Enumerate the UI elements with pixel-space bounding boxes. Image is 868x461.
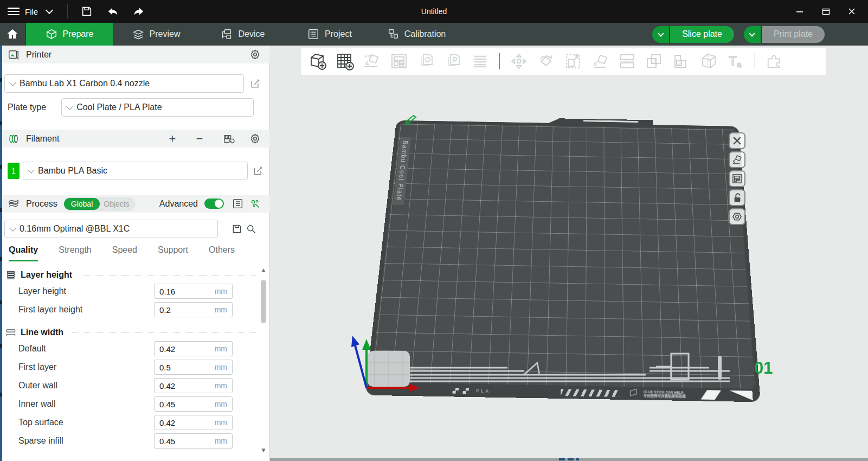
- first-layer-height-input[interactable]: 0.2 mm: [154, 302, 233, 317]
- remove-filament-button[interactable]: −: [192, 132, 207, 146]
- settings-scrollbar[interactable]: ▲ ▼: [259, 267, 268, 461]
- tab-preview[interactable]: Preview: [113, 23, 200, 46]
- save-icon: [81, 5, 93, 17]
- add-object-button[interactable]: [307, 50, 329, 72]
- file-menu-chevron-icon[interactable]: [46, 7, 53, 14]
- redo-button[interactable]: [130, 3, 148, 20]
- group-title: Layer height: [21, 270, 72, 280]
- split-parts-button[interactable]: [644, 50, 665, 72]
- prepare-box-icon: [46, 28, 57, 40]
- process-preset-select[interactable]: 0.16mm Optimal @BBL X1C: [4, 220, 218, 238]
- scale-button[interactable]: [562, 50, 584, 72]
- advanced-toggle[interactable]: [204, 199, 224, 209]
- tab-speed[interactable]: Speed: [112, 245, 137, 261]
- lock-plate-button[interactable]: [729, 189, 745, 206]
- auto-orient-plate-button[interactable]: [729, 151, 745, 168]
- edit-filament-button[interactable]: [251, 164, 265, 178]
- scale-icon: [564, 52, 582, 71]
- add-plate-button[interactable]: [334, 50, 356, 72]
- arrange-button[interactable]: [388, 50, 410, 72]
- variable-layer-height-button[interactable]: [470, 50, 491, 72]
- edit-plate-name-button[interactable]: [404, 113, 418, 127]
- home-icon: [6, 28, 19, 41]
- edit-printer-button[interactable]: [248, 76, 262, 91]
- filament-settings-button[interactable]: [248, 132, 262, 146]
- process-scope-toggle[interactable]: Global Objects: [64, 197, 136, 211]
- printer-settings-button[interactable]: [248, 48, 262, 62]
- plate-grid: [371, 123, 755, 389]
- tab-support[interactable]: Support: [158, 245, 188, 261]
- rotate-button[interactable]: [535, 50, 557, 72]
- plate-number-label[interactable]: 01: [754, 358, 773, 378]
- slice-dropdown-button[interactable]: [652, 26, 670, 43]
- tab-strength[interactable]: Strength: [59, 245, 91, 261]
- build-plate[interactable]: Bambu Cool Plate PLA GLUE STICK CAN HELP…: [365, 120, 761, 402]
- printer-select-value: Bambu Lab X1 Carbon 0.4 nozzle: [20, 79, 150, 88]
- delete-plate-button[interactable]: [729, 132, 745, 149]
- close-button[interactable]: [841, 3, 863, 20]
- parameter-table-button[interactable]: [230, 197, 245, 211]
- undo-button[interactable]: [104, 3, 122, 20]
- sparse-infill-line-width-input[interactable]: 0.45 mm: [154, 433, 233, 449]
- search-setting-button[interactable]: [244, 222, 258, 236]
- copy-button[interactable]: [415, 50, 437, 72]
- layer-height-input[interactable]: 0.16 mm: [154, 284, 233, 299]
- tab-calibration[interactable]: Calibration: [373, 23, 460, 46]
- save-button[interactable]: [78, 3, 96, 20]
- settings-panel: Layer height Layer height 0.16 mm First …: [0, 264, 259, 461]
- paste-button[interactable]: [442, 50, 464, 72]
- default-line-width-input[interactable]: 0.42 mm: [154, 341, 233, 356]
- save-preset-button[interactable]: [230, 222, 244, 236]
- toolbar-divider: [499, 53, 500, 69]
- scope-objects[interactable]: Objects: [100, 198, 135, 210]
- scroll-up-icon[interactable]: ▲: [260, 267, 267, 273]
- print-dropdown-button[interactable]: [744, 26, 762, 43]
- rotate-icon: [537, 52, 555, 71]
- plate-type-select[interactable]: Cool Plate / PLA Plate: [61, 98, 254, 117]
- split-objects-button[interactable]: [616, 50, 638, 72]
- minimize-button[interactable]: [789, 3, 811, 20]
- outer-wall-line-width-input[interactable]: 0.42 mm: [154, 378, 233, 393]
- file-menu[interactable]: File: [25, 7, 38, 16]
- first-layer-line-width-input[interactable]: 0.5 mm: [154, 360, 233, 375]
- printer-section-title: Printer: [26, 50, 52, 60]
- printer-select[interactable]: Bambu Lab X1 Carbon 0.4 nozzle: [4, 74, 244, 93]
- scrollbar-thumb[interactable]: [261, 280, 266, 323]
- corner-triangle: [730, 390, 753, 400]
- filament-select[interactable]: Bambu PLA Basic: [23, 162, 248, 180]
- plate-settings-button[interactable]: [729, 208, 745, 225]
- variable-layer-height-icon: [471, 52, 490, 71]
- tab-project[interactable]: Project: [286, 23, 373, 46]
- layer-height-icon: [5, 270, 16, 280]
- add-filament-button[interactable]: +: [165, 132, 179, 146]
- viewport-3d[interactable]: Bambu Cool Plate PLA GLUE STICK CAN HELP…: [270, 46, 868, 461]
- undo-icon: [106, 5, 119, 17]
- move-button[interactable]: [508, 50, 530, 72]
- slice-plate-button[interactable]: Slice plate: [670, 26, 734, 43]
- lay-on-face-button[interactable]: [589, 50, 611, 72]
- print-plate-button[interactable]: Print plate: [762, 26, 825, 43]
- boolean-button[interactable]: [671, 50, 692, 72]
- home-button[interactable]: [0, 23, 26, 46]
- tab-prepare[interactable]: Prepare: [26, 23, 113, 46]
- ams-sync-button[interactable]: [222, 132, 236, 146]
- cut-button[interactable]: [698, 50, 719, 72]
- hamburger-menu-icon[interactable]: [8, 8, 20, 15]
- list-icon: [232, 198, 243, 209]
- top-surface-line-width-input[interactable]: 0.42 mm: [154, 415, 233, 430]
- inner-wall-line-width-input[interactable]: 0.45 mm: [154, 396, 233, 412]
- text-button[interactable]: T a: [725, 50, 747, 72]
- arrange-plate-button[interactable]: [729, 170, 745, 187]
- copy-icon: [417, 52, 435, 71]
- plate-settings-icon: [732, 212, 742, 222]
- scope-global[interactable]: Global: [64, 198, 100, 210]
- scroll-down-icon[interactable]: ▼: [260, 447, 267, 453]
- maximize-button[interactable]: [815, 3, 837, 20]
- assembly-button[interactable]: [763, 50, 785, 72]
- auto-orient-button[interactable]: AUTO: [361, 50, 383, 72]
- filament-slot-badge[interactable]: 1: [8, 163, 20, 179]
- tab-device[interactable]: Device: [200, 23, 286, 46]
- tab-others[interactable]: Others: [209, 245, 235, 261]
- tab-quality[interactable]: Quality: [9, 245, 38, 261]
- parameter-wizard-button[interactable]: [248, 197, 262, 211]
